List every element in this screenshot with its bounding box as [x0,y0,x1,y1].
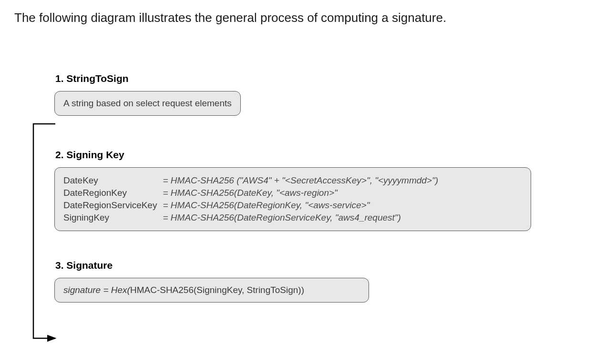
val-cell: = HMAC-SHA256 ("AWS4" + "<SecretAccessKe… [163,174,438,187]
sig-hmac: HMAC-SHA256( [130,285,196,295]
sig-lhs: signature = [63,285,111,295]
val-cell: = HMAC-SHA256(DateRegionServiceKey, "aws… [163,212,438,224]
val-cell: = HMAC-SHA256(DateKey, "<aws-region>" [163,187,438,199]
section3-box: signature = Hex(HMAC-SHA256(SigningKey, … [54,278,369,303]
val-cell: = HMAC-SHA256(DateRegionKey, "<aws-servi… [163,199,438,212]
table-row: DateKey = HMAC-SHA256 ("AWS4" + "<Secret… [63,174,438,187]
key-cell: DateKey [63,174,163,187]
section-signature: 3. Signature signature = Hex(HMAC-SHA256… [54,260,602,303]
key-cell: DateRegionKey [63,187,163,199]
sig-args: SigningKey, StringToSign [196,285,298,295]
key-cell: DateRegionServiceKey [63,199,163,212]
sig-close: )) [298,285,304,295]
table-row: SigningKey = HMAC-SHA256(DateRegionServi… [63,212,438,224]
section1-box: A string based on select request element… [54,91,241,116]
table-row: DateRegionServiceKey = HMAC-SHA256(DateR… [63,199,438,212]
table-row: DateRegionKey = HMAC-SHA256(DateKey, "<a… [63,187,438,199]
signature-diagram: 1. StringToSign A string based on select… [54,73,602,303]
intro-text: The following diagram illustrates the ge… [14,10,602,25]
signature-formula: signature = Hex(HMAC-SHA256(SigningKey, … [63,285,304,295]
section1-title: 1. StringToSign [55,73,602,84]
section-string-to-sign: 1. StringToSign A string based on select… [54,73,602,116]
section2-title: 2. Signing Key [55,149,602,161]
section3-title: 3. Signature [55,260,602,271]
section-signing-key: 2. Signing Key DateKey = HMAC-SHA256 ("A… [54,149,602,231]
key-cell: SigningKey [63,212,163,224]
signing-key-table: DateKey = HMAC-SHA256 ("AWS4" + "<Secret… [63,174,438,224]
section2-box: DateKey = HMAC-SHA256 ("AWS4" + "<Secret… [54,167,531,231]
sig-fn-hex: Hex( [111,285,130,295]
section1-box-text: A string based on select request element… [63,98,232,108]
